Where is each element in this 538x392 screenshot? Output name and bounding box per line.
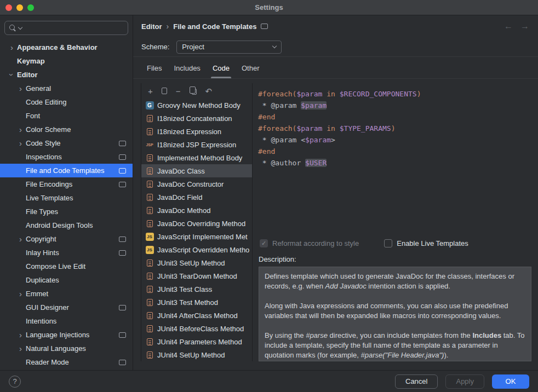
tab-includes[interactable]: Includes [168,64,206,78]
checkbox-box[interactable] [384,239,392,247]
template-item-junit4-setup-method[interactable]: JUnit4 SetUp Method [141,348,252,361]
sidebar-item-duplicates[interactable]: Duplicates [0,273,133,287]
template-glyph [147,260,153,267]
template-item-implemented-method-body[interactable]: Implemented Method Body [141,151,252,164]
sidebar-item-emmet[interactable]: ›Emmet [0,287,133,301]
template-item-label: Implemented Method Body [157,154,242,162]
sidebar-item-label: Color Scheme [26,125,71,134]
template-item-javadoc-constructor[interactable]: JavaDoc Constructor [141,177,252,191]
template-item-label: JUnit3 Test Class [157,285,212,293]
template-item-javascript-implemented-met[interactable]: JSJavaScript Implemented Met [141,230,252,243]
template-code-editor[interactable]: #foreach($param in $RECORD_COMPONENTS) *… [253,83,531,235]
sidebar-item-android-design-tools[interactable]: Android Design Tools [0,218,133,232]
template-list-panel: +−↶ GGroovy New Method BodyI18nized Conc… [141,83,253,361]
template-item-junit3-teardown-method[interactable]: JUnit3 TearDown Method [141,269,252,283]
sidebar-item-label: Inspections [26,153,62,161]
add-icon[interactable]: + [148,87,153,95]
chevron-right-icon[interactable]: › [15,290,26,298]
template-glyph [147,128,153,135]
template-item-junit3-test-class[interactable]: JUnit3 Test Class [141,283,252,296]
template-item-junit4-beforeclass-method[interactable]: JUnit4 BeforeClass Method [141,322,252,335]
sidebar-item-keymap[interactable]: Keymap [0,54,133,68]
template-item-junit4-afterclass-method[interactable]: JUnit4 AfterClass Method [141,309,252,322]
template-item-junit3-setup-method[interactable]: JUnit3 SetUp Method [141,256,252,269]
sidebar-item-file-encodings[interactable]: File Encodings [0,177,133,191]
template-item-junit4-parameters-method[interactable]: JUnit4 Parameters Method [141,335,252,348]
reset-to-default-icon[interactable]: ↶ [205,87,213,95]
search-history-chevron-icon[interactable] [18,25,22,29]
sidebar-item-general[interactable]: ›General [0,82,133,95]
sidebar-item-live-templates[interactable]: Live Templates [0,191,133,205]
chevron-right-icon[interactable]: › [15,344,26,353]
breadcrumb-editor[interactable]: Editor [141,22,162,31]
per-project-monitor-icon [119,154,126,160]
search-input[interactable] [24,24,124,32]
sidebar-item-file-types[interactable]: File Types [0,205,133,218]
sidebar-item-color-scheme[interactable]: ›Color Scheme [0,123,133,136]
sidebar-item-natural-languages[interactable]: ›Natural Languages [0,342,133,355]
sidebar-item-editor[interactable]: ›Editor [0,68,133,82]
cancel-button[interactable]: Cancel [395,374,438,389]
chevron-down-icon[interactable]: › [8,70,16,80]
dialog-buttons: Cancel Apply OK [395,374,529,389]
scheme-row: Scheme: Project [133,37,538,57]
template-glyph [147,194,153,201]
copy-icon[interactable] [190,87,197,95]
template-file-icon [145,285,154,293]
template-item-groovy-new-method-body[interactable]: GGroovy New Method Body [141,99,252,112]
chevron-right-icon[interactable]: › [15,84,26,93]
chevron-right-icon[interactable]: › [15,139,26,147]
breadcrumb-file-and-code-templates[interactable]: File and Code Templates [173,22,256,31]
sidebar-item-font[interactable]: Font [0,109,133,123]
js-file-icon: JS [145,232,154,241]
template-item-javadoc-class[interactable]: JavaDoc Class [141,164,252,177]
template-item-javascript-overridden-metho[interactable]: JSJavaScript Overridden Metho [141,243,252,256]
settings-search-box[interactable] [4,21,128,35]
sidebar-item-inlay-hints[interactable]: Inlay Hints [0,246,133,260]
sidebar-item-code-editing[interactable]: Code Editing [0,95,133,109]
sidebar-item-reader-mode[interactable]: Reader Mode [0,355,133,369]
sidebar-item-appearance-behavior[interactable]: ›Appearance & Behavior [0,41,133,54]
sidebar-item-gui-designer[interactable]: GUI Designer [0,301,133,314]
template-item-javadoc-overriding-method[interactable]: JavaDoc Overriding Method [141,217,252,230]
chevron-right-icon[interactable]: › [15,125,26,134]
remove-icon[interactable]: − [176,87,181,95]
template-item-javadoc-method[interactable]: JavaDoc Method [141,204,252,217]
sidebar-item-label: File Encodings [26,180,72,188]
ok-button[interactable]: OK [492,374,529,389]
sidebar-item-language-injections[interactable]: ›Language Injections [0,328,133,342]
template-item-i18nized-concatenation[interactable]: I18nized Concatenation [141,112,252,125]
sidebar-item-label: GUI Designer [26,303,69,312]
template-file-icon [145,114,154,123]
chevron-right-icon[interactable]: › [7,43,17,51]
tab-files[interactable]: Files [141,64,168,78]
template-item-junit3-test-method[interactable]: JUnit3 Test Method [141,296,252,309]
template-item-javadoc-field[interactable]: JavaDoc Field [141,191,252,204]
sidebar-item-compose-live-edit[interactable]: Compose Live Edit [0,260,133,273]
zoom-button[interactable] [27,4,34,11]
template-item-i18nized-jsp-expression[interactable]: JSPI18nized JSP Expression [141,138,252,151]
tab-code[interactable]: Code [207,64,236,78]
forward-arrow-icon[interactable]: → [520,21,529,31]
close-button[interactable] [5,4,12,11]
tab-other[interactable]: Other [236,64,266,78]
back-arrow-icon[interactable]: ← [504,21,513,31]
sidebar-item-copyright[interactable]: ›Copyright [0,232,133,246]
help-button[interactable]: ? [9,376,21,388]
checkbox-enable-live-templates[interactable]: Enable Live Templates [384,239,468,247]
sidebar-item-intentions[interactable]: Intentions [0,314,133,328]
chevron-right-icon[interactable]: › [15,331,26,339]
template-glyph [147,181,153,188]
description-text: ). [444,351,448,359]
minimize-button[interactable] [16,4,23,11]
sidebar-item-inspections[interactable]: Inspections [0,150,133,164]
sidebar-item-file-and-code-templates[interactable]: File and Code Templates [0,164,133,177]
chevron-right-icon[interactable]: › [15,235,26,243]
create-child-template-icon[interactable] [162,88,167,94]
sidebar-item-code-style[interactable]: ›Code Style [0,136,133,150]
sidebar-item-label: Language Injections [26,331,89,339]
apply-button[interactable]: Apply [445,374,484,389]
sidebar-item-label: Inlay Hints [26,249,59,257]
template-item-i18nized-expression[interactable]: I18nized Expression [141,125,252,138]
scheme-dropdown[interactable]: Project [176,41,282,54]
